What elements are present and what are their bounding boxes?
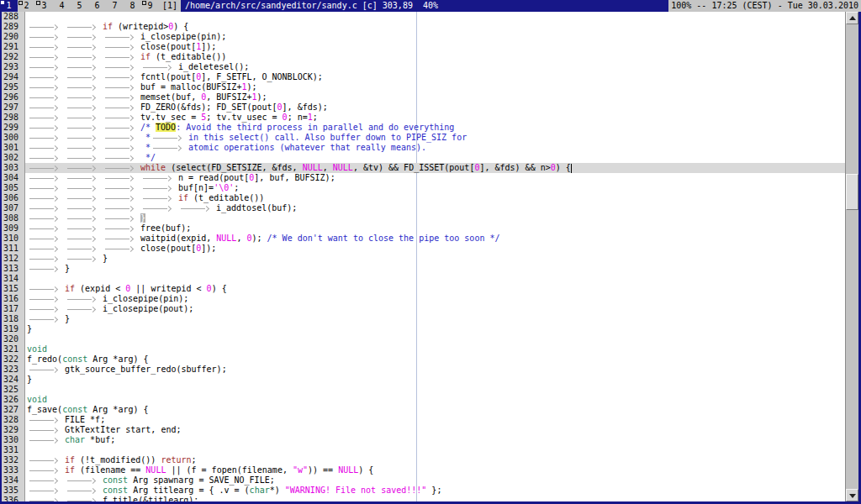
tab-arrow-icon — [103, 173, 140, 183]
code-line-308[interactable]: } — [25, 213, 846, 223]
code-line-316[interactable]: i_closepipe(pin); — [25, 294, 846, 304]
scrollbar-up-button[interactable] — [846, 12, 858, 24]
code-token: || (f = fopen(filename, — [166, 465, 293, 475]
tag-7[interactable]: 7 — [106, 0, 124, 12]
tab-arrow-icon — [27, 465, 65, 475]
code-line-302[interactable]: */ — [25, 153, 846, 163]
code-token: close(pout[ — [140, 42, 196, 51]
code-line-334[interactable]: const Arg spawnarg = SAVE_NO_FILE; — [25, 475, 846, 486]
tag-5[interactable]: 5 — [71, 0, 88, 12]
code-line-311[interactable]: close(pout[0]); — [25, 244, 846, 254]
tab-arrow-icon — [27, 92, 65, 102]
code-line-318[interactable]: } — [25, 314, 846, 324]
code-line-330[interactable]: char *buf; — [25, 435, 846, 445]
code-line-323[interactable]: gtk_source_buffer_redo(sbuffer); — [25, 365, 846, 375]
scrollbar-down-button[interactable] — [846, 489, 858, 501]
tag-2[interactable]: 2 — [18, 0, 35, 12]
code-line-312[interactable]: } — [25, 254, 846, 264]
tag-client-indicator — [142, 1, 146, 5]
code-line-290[interactable]: i_closepipe(pin); — [25, 32, 846, 42]
code-token: , — [236, 234, 246, 243]
tab-arrow-icon — [65, 475, 103, 486]
line-number: 311 — [2, 244, 24, 254]
code-line-299[interactable]: /* TODO: Avoid the third process in para… — [25, 123, 846, 133]
line-number: 300 — [2, 133, 24, 143]
tag-1[interactable]: 1 — [0, 0, 18, 12]
tab-arrow-icon — [27, 32, 65, 42]
tab-arrow-icon — [65, 22, 103, 32]
code-token: NULL — [338, 465, 358, 475]
code-line-301[interactable]: *atomic operations (whatever that really… — [25, 143, 846, 153]
code-line-331[interactable] — [25, 445, 846, 455]
code-line-319[interactable]: } — [25, 324, 846, 334]
code-line-326[interactable]: void — [25, 395, 846, 405]
code-line-289[interactable]: if (writepid>0) { — [25, 22, 846, 32]
code-line-335[interactable]: const Arg titlearg = { .v = (char*) "WAR… — [25, 486, 846, 496]
scrollbar[interactable] — [845, 12, 858, 501]
tag-3[interactable]: 3 — [35, 0, 53, 12]
tab-arrow-icon — [27, 284, 65, 294]
line-number: 290 — [2, 32, 24, 42]
code-token: if — [65, 465, 75, 475]
code-line-306[interactable]: if (t_editable()) — [25, 193, 846, 203]
code-line-305[interactable]: buf[n]='\0'; — [25, 183, 846, 193]
code-line-315[interactable]: if (expid < 0 || writepid < 0) { — [25, 284, 846, 294]
code-line-294[interactable]: fcntl(pout[0], F_SETFL, O_NONBLOCK); — [25, 72, 846, 82]
line-number: 335 — [2, 486, 24, 496]
code-line-307[interactable]: i_addtosel(buf); — [25, 203, 846, 213]
code-line-317[interactable]: i_closepipe(pout); — [25, 304, 846, 314]
code-token: /* We don't want to close the pipe too s… — [267, 234, 500, 243]
line-number: 319 — [2, 324, 24, 334]
code-line-310[interactable]: waitpid(expid, NULL, 0); /* We don't wan… — [25, 234, 846, 244]
code-token: */ — [140, 153, 156, 162]
code-token: , — [323, 163, 333, 172]
tab-arrow-icon — [65, 133, 103, 143]
code-line-300[interactable]: *in this select() call. Also buffer down… — [25, 133, 846, 143]
code-line-324[interactable]: } — [25, 375, 846, 385]
layout-symbol[interactable]: [1] — [159, 0, 181, 12]
code-line-314[interactable] — [25, 274, 846, 284]
tab-arrow-icon — [140, 193, 178, 203]
code-area[interactable]: if (writepid>0) {i_closepipe(pin);close(… — [25, 12, 846, 501]
code-line-325[interactable] — [25, 385, 846, 395]
code-line-329[interactable]: GtkTextIter start, end; — [25, 425, 846, 435]
code-token: ) { — [212, 284, 227, 293]
code-line-298[interactable]: tv.tv_sec = 5; tv.tv_usec = 0; n=1; — [25, 113, 846, 123]
code-line-320[interactable] — [25, 334, 846, 344]
line-number: 323 — [2, 365, 24, 375]
tab-arrow-icon — [27, 415, 65, 425]
tag-9[interactable]: 9 — [141, 0, 159, 12]
line-number: 303 — [2, 163, 24, 173]
tag-4[interactable]: 4 — [53, 0, 71, 12]
code-line-291[interactable]: close(pout[1]); — [25, 42, 846, 52]
tab-arrow-icon — [27, 264, 65, 274]
code-line-327[interactable]: f_save(const Arg *arg) { — [25, 405, 846, 415]
tag-6[interactable]: 6 — [88, 0, 106, 12]
code-line-336[interactable]: f_title(&titlearg); — [25, 496, 846, 501]
code-line-322[interactable]: f_redo(const Arg *arg) { — [25, 354, 846, 365]
code-line-328[interactable]: FILE *f; — [25, 415, 846, 425]
code-line-295[interactable]: buf = malloc(BUFSIZ+1); — [25, 82, 846, 92]
code-line-313[interactable]: } — [25, 264, 846, 274]
code-line-303[interactable]: while (select(FD_SETSIZE, &fds, NULL, NU… — [25, 163, 846, 173]
line-number: 322 — [2, 354, 24, 365]
tab-arrow-icon — [65, 213, 103, 223]
code-line-297[interactable]: FD_ZERO(&fds); FD_SET(pout[0], &fds); — [25, 102, 846, 113]
tab-arrow-icon — [65, 102, 103, 113]
line-number: 331 — [2, 445, 24, 455]
editor[interactable]: 2882892902912922932942952962972982993003… — [2, 12, 846, 501]
code-line-333[interactable]: if (filename == NULL || (f = fopen(filen… — [25, 465, 846, 475]
code-token: i_closepipe(pin); — [140, 32, 226, 41]
code-line-296[interactable]: memset(buf, 0, BUFSIZ+1); — [25, 92, 846, 102]
code-line-321[interactable]: void — [25, 344, 846, 354]
code-line-309[interactable]: free(buf); — [25, 223, 846, 234]
code-token: f_title(&titlearg); — [103, 496, 198, 501]
code-line-332[interactable]: if (!t_modified()) return; — [25, 455, 846, 465]
scrollbar-thumb[interactable] — [846, 174, 858, 210]
code-line-288[interactable] — [25, 12, 846, 22]
tag-8[interactable]: 8 — [124, 0, 141, 12]
code-line-292[interactable]: if (t_editable()) — [25, 52, 846, 62]
code-line-293[interactable]: i_deletesel(); — [25, 62, 846, 72]
code-line-304[interactable]: n = read(pout[0], buf, BUFSIZ); — [25, 173, 846, 183]
line-number: 288 — [2, 12, 24, 22]
